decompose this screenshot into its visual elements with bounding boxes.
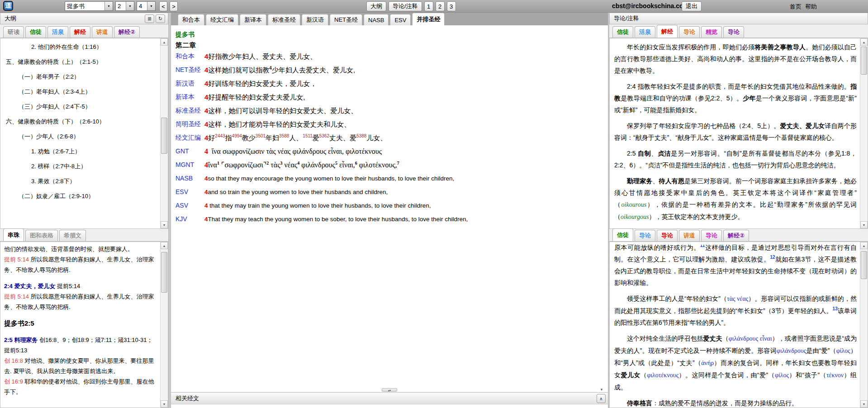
version-link[interactable]: 标准圣经	[175, 106, 201, 115]
version-link[interactable]: ESV	[175, 187, 201, 197]
outline-item[interactable]: （三）少年妇人（2:4下-5）	[0, 99, 160, 114]
tab-导论[interactable]: 导论	[701, 230, 722, 241]
tab-导论[interactable]: 导论	[679, 26, 700, 38]
prev-verse-button[interactable]: <	[159, 1, 167, 11]
home-link[interactable]: 首页	[790, 3, 802, 11]
outline-item[interactable]: 3. 果效（2:8下）	[0, 174, 160, 189]
tab-并排圣经[interactable]: 并排圣经	[412, 13, 445, 25]
tab-经文汇编[interactable]: 经文汇编	[206, 14, 238, 25]
splitter-handle-icon[interactable]: ▴▾	[382, 388, 397, 392]
text-segment-rn[interactable]: 2:4 爱丈夫，爱儿女	[4, 283, 55, 289]
tab-活泉[interactable]: 活泉	[47, 26, 68, 38]
tab-和合本[interactable]: 和合本	[178, 14, 204, 25]
layout-button-2[interactable]: 2	[436, 1, 445, 11]
tab-精览[interactable]: 精览	[701, 26, 722, 38]
scroll-down-icon[interactable]: ▼	[600, 388, 603, 392]
outline-item[interactable]: 2. 榜样（2:7中-8上）	[0, 159, 160, 174]
tab-活泉[interactable]: 活泉	[635, 26, 655, 38]
outline-item[interactable]: （一）少年人（2:6-8）	[0, 129, 160, 144]
scroll-up-icon[interactable]: ▲	[161, 242, 168, 249]
outline-item[interactable]: （一）老年男子（2:2）	[0, 69, 160, 84]
version-link[interactable]: 新译本	[175, 92, 201, 102]
next-verse-button[interactable]: >	[170, 1, 178, 11]
chapter-select[interactable]: 2 ▼	[115, 1, 134, 11]
verse-select[interactable]: 4 ▼	[137, 1, 156, 11]
tab-ESV[interactable]: ESV	[390, 14, 411, 25]
text-segment: that they may train the young women to l…	[208, 202, 431, 209]
tab-导论[interactable]: 导论	[723, 26, 744, 38]
layout-button-3[interactable]: 3	[447, 1, 456, 11]
version-link[interactable]: 和合本	[175, 52, 201, 61]
tab-研读[interactable]: 研读	[3, 26, 24, 38]
text-segment-rr[interactable]: 创 16:8	[4, 357, 23, 364]
tab-NET圣经[interactable]: NET圣经	[330, 14, 362, 25]
text-segment-gi: oikourgous	[621, 213, 649, 220]
scroll-down-icon[interactable]: ▼	[860, 400, 868, 408]
tab-新译本[interactable]: 新译本	[240, 14, 266, 25]
help-link[interactable]: 帮助	[805, 3, 817, 11]
text-segment-rr[interactable]: 创 16:9	[4, 378, 23, 385]
scrollbar-thumb[interactable]	[861, 47, 867, 75]
tab-解经[interactable]: 解经	[657, 25, 678, 38]
scroll-up-icon[interactable]: ▲	[860, 242, 868, 249]
tab-NASB[interactable]: NASB	[364, 14, 389, 25]
dropdown-arrow-icon[interactable]: ▼	[104, 2, 113, 10]
tab-信徒[interactable]: 信徒	[612, 228, 633, 241]
scrollbar-thumb[interactable]	[861, 251, 867, 279]
outline-toggle-button[interactable]: 大纲	[366, 1, 386, 11]
version-link[interactable]: GNT	[175, 147, 201, 156]
outline-list-icon[interactable]: ≣	[145, 14, 154, 23]
outline-item[interactable]: 1. 劝勉（2:6-7上）	[0, 144, 160, 159]
tab-讲道[interactable]: 讲道	[679, 230, 700, 241]
text-segment-wn: 7	[397, 161, 399, 166]
book-title[interactable]: 提多书	[175, 29, 602, 40]
outline-item[interactable]: 六、健康教会的特质（下）（2:6-10）	[0, 114, 160, 129]
outline-item[interactable]: 五、健康教会的特质（上）（2:1-5）	[0, 54, 160, 69]
scroll-down-icon[interactable]: ▼	[161, 400, 168, 408]
version-link[interactable]: 简明圣经	[175, 119, 201, 129]
tab-新汉语[interactable]: 新汉语	[302, 14, 328, 25]
version-link[interactable]: NASB	[175, 174, 201, 183]
tab-串珠[interactable]: 串珠	[3, 228, 24, 241]
scrollbar-thumb[interactable]	[161, 252, 167, 293]
expand-collapse-icon[interactable]: ∧	[597, 394, 606, 403]
tab-解经②[interactable]: 解经②	[723, 230, 749, 241]
app-logo-icon[interactable]: 道	[3, 1, 13, 11]
tab-信徒[interactable]: 信徒	[612, 26, 633, 38]
tab-标准圣经[interactable]: 标准圣经	[268, 14, 300, 25]
outline-item[interactable]: （二）老年妇人（2:3-4上）	[0, 84, 160, 99]
scroll-down-icon[interactable]: ▼	[161, 221, 168, 228]
tab-图和表格[interactable]: 图和表格	[25, 230, 58, 241]
commentary-panel-title: 导论/注释	[614, 14, 639, 23]
tab-解经[interactable]: 解经	[70, 26, 90, 38]
tab-导论[interactable]: 导论	[635, 230, 655, 241]
version-link[interactable]: MGNT	[175, 160, 201, 170]
tab-讲道[interactable]: 讲道	[92, 26, 113, 38]
text-segment-rn[interactable]: 2:5 料理家务	[4, 337, 38, 343]
scroll-down-icon[interactable]: ▼	[860, 221, 868, 228]
refresh-icon[interactable]: ↻	[156, 14, 165, 23]
version-link[interactable]: ASV	[175, 201, 201, 210]
layout-button-1[interactable]: 1	[424, 1, 433, 11]
logout-button[interactable]: 退出	[682, 1, 702, 11]
tab-导论[interactable]: 导论	[657, 230, 678, 241]
version-link[interactable]: 经文汇编	[175, 133, 201, 142]
scroll-up-icon[interactable]: ▲	[161, 38, 168, 46]
version-link[interactable]: NET圣经	[175, 65, 201, 75]
version-link[interactable]: KJV	[175, 214, 201, 224]
tab-希腊文[interactable]: 希腊文	[59, 230, 86, 241]
tab-解经②[interactable]: 解经②	[114, 26, 140, 38]
dropdown-arrow-icon[interactable]: ▼	[126, 2, 134, 10]
scroll-up-icon[interactable]: ▲	[860, 38, 868, 46]
outline-item[interactable]: 2. 他们的外在生命（1:16）	[0, 39, 160, 54]
outline-item[interactable]: （二）奴隶／雇工（2:9-10）	[0, 189, 160, 204]
text-segment-rr[interactable]: 提前 5:14	[4, 256, 29, 263]
version-link[interactable]: 新汉语	[175, 79, 201, 88]
text-segment-rr[interactable]: 提前 5:14	[4, 293, 29, 300]
tab-信徒[interactable]: 信徒	[25, 26, 46, 38]
book-select[interactable]: 提多书 ▼	[65, 1, 113, 11]
text-segment-gb: φίλος	[775, 372, 789, 379]
dropdown-arrow-icon[interactable]: ▼	[147, 2, 155, 10]
commentary-toggle-button[interactable]: 导论/注释	[389, 1, 422, 11]
scrollbar-thumb[interactable]	[161, 118, 167, 154]
